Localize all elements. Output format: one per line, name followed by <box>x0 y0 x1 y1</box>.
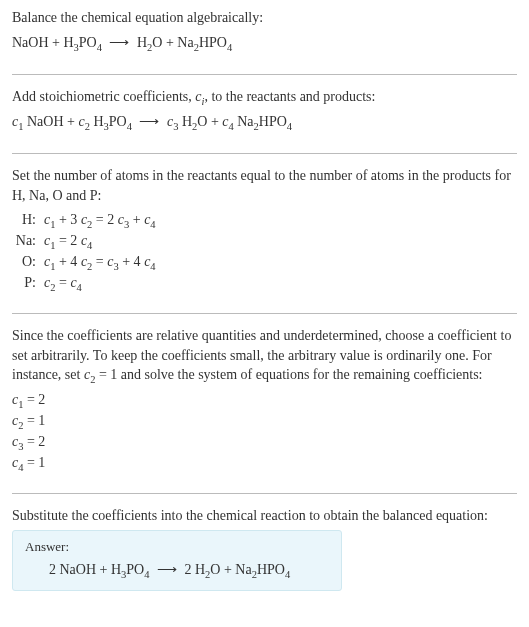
step2-section: Set the number of atoms in the reactants… <box>12 166 517 314</box>
step3-section: Since the coefficients are relative quan… <box>12 326 517 494</box>
step3-text: Since the coefficients are relative quan… <box>12 326 517 385</box>
answer-label: Answer: <box>25 539 329 555</box>
atom-equation: c2 = c4 <box>44 272 517 293</box>
atom-row: P: c2 = c4 <box>12 272 517 293</box>
intro-title: Balance the chemical equation algebraica… <box>12 8 517 28</box>
answer-box: Answer: 2 NaOH + H3PO4 ⟶ 2 H2O + Na2HPO4 <box>12 530 342 591</box>
atom-label: H: <box>12 209 44 230</box>
solution-row: c2 = 1 <box>12 410 517 431</box>
atom-balance-table: H: c1 + 3 c2 = 2 c3 + c4 Na: c1 = 2 c4 O… <box>12 209 517 293</box>
atom-equation: c1 = 2 c4 <box>44 230 517 251</box>
intro-equation: NaOH + H3PO4 ⟶ H2O + Na2HPO4 <box>12 32 517 54</box>
atom-row: Na: c1 = 2 c4 <box>12 230 517 251</box>
atom-label: P: <box>12 272 44 293</box>
divider <box>12 493 517 494</box>
solution-row: c4 = 1 <box>12 452 517 473</box>
step1-equation: c1 NaOH + c2 H3PO4 ⟶ c3 H2O + c4 Na2HPO4 <box>12 111 517 133</box>
solution-row: c1 = 2 <box>12 389 517 410</box>
intro-section: Balance the chemical equation algebraica… <box>12 8 517 75</box>
step1-section: Add stoichiometric coefficients, ci, to … <box>12 87 517 154</box>
divider <box>12 153 517 154</box>
atom-row: H: c1 + 3 c2 = 2 c3 + c4 <box>12 209 517 230</box>
solution-row: c3 = 2 <box>12 431 517 452</box>
divider <box>12 74 517 75</box>
atom-label: Na: <box>12 230 44 251</box>
atom-row: O: c1 + 4 c2 = c3 + 4 c4 <box>12 251 517 272</box>
step1-text: Add stoichiometric coefficients, ci, to … <box>12 87 517 107</box>
step4-text: Substitute the coefficients into the che… <box>12 506 517 526</box>
step2-text: Set the number of atoms in the reactants… <box>12 166 517 205</box>
divider <box>12 313 517 314</box>
atom-equation: c1 + 4 c2 = c3 + 4 c4 <box>44 251 517 272</box>
answer-equation: 2 NaOH + H3PO4 ⟶ 2 H2O + Na2HPO4 <box>25 561 329 578</box>
solution-list: c1 = 2 c2 = 1 c3 = 2 c4 = 1 <box>12 389 517 473</box>
atom-label: O: <box>12 251 44 272</box>
step4-section: Substitute the coefficients into the che… <box>12 506 517 607</box>
atom-equation: c1 + 3 c2 = 2 c3 + c4 <box>44 209 517 230</box>
